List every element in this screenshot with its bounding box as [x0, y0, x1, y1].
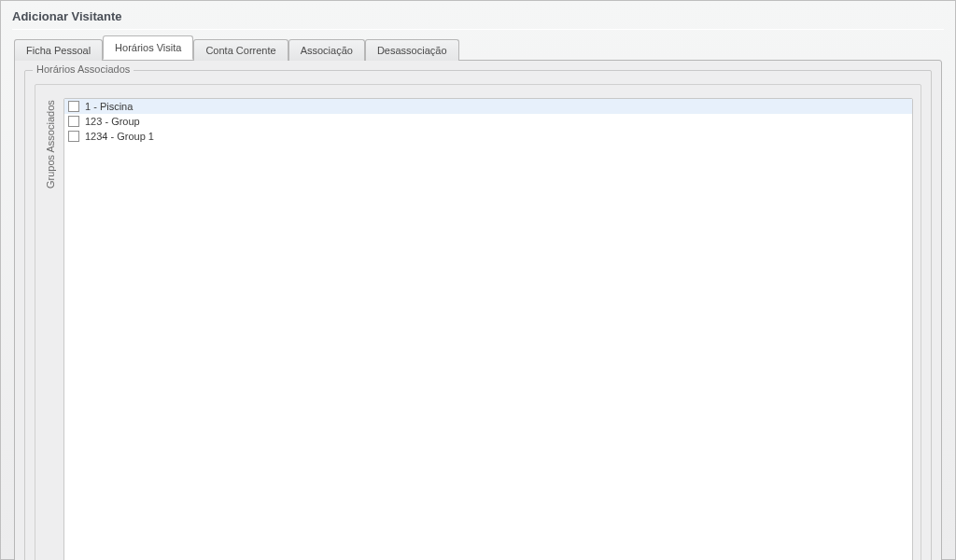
tab-strip: Ficha Pessoal Horários Visita Conta Corr… [14, 35, 942, 60]
content-area: Ficha Pessoal Horários Visita Conta Corr… [1, 30, 955, 560]
grupos-associados-label: Grupos Associados [43, 98, 58, 560]
tab-label: Conta Corrente [205, 45, 275, 56]
list-item[interactable]: 1234 - Group 1 [64, 129, 912, 144]
title-bar: Adicionar Visitante [1, 1, 955, 30]
window-title: Adicionar Visitante [12, 9, 944, 23]
dialog-window: Adicionar Visitante Ficha Pessoal Horári… [0, 0, 956, 560]
fieldset-horarios-associados: Horários Associados Grupos Associados 1 … [24, 70, 932, 560]
tab-label: Ficha Pessoal [26, 45, 91, 56]
checkbox-icon[interactable] [68, 131, 79, 142]
tab-label: Desassociação [377, 45, 447, 56]
list-item-label: 1 - Piscina [85, 101, 133, 112]
checkbox-icon[interactable] [68, 116, 79, 127]
tab-conta-corrente[interactable]: Conta Corrente [193, 39, 288, 61]
list-item-label: 1234 - Group 1 [85, 131, 154, 142]
list-item[interactable]: 123 - Group [64, 114, 912, 129]
tab-label: Horários Visita [115, 42, 181, 53]
tab-label: Associação [301, 45, 353, 56]
list-item[interactable]: 1 - Piscina [64, 99, 912, 114]
tab-horarios-visita[interactable]: Horários Visita [103, 35, 193, 60]
horarios-listbox[interactable]: 1 - Piscina 123 - Group 1234 - Group 1 [63, 98, 913, 560]
fieldset-legend: Horários Associados [33, 63, 134, 75]
tab-associacao[interactable]: Associação [288, 39, 365, 61]
grupos-associados-panel: Grupos Associados 1 - Piscina 123 - Grou… [35, 84, 921, 560]
tab-panel: Horários Associados Grupos Associados 1 … [14, 60, 942, 560]
checkbox-icon[interactable] [68, 101, 79, 112]
list-item-label: 123 - Group [85, 116, 140, 127]
tab-desassociacao[interactable]: Desassociação [365, 39, 459, 61]
tab-ficha-pessoal[interactable]: Ficha Pessoal [14, 39, 103, 61]
